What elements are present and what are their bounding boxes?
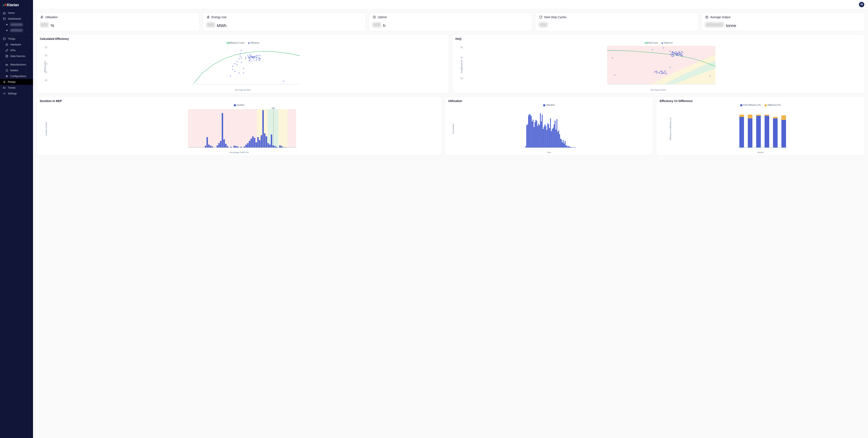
x-axis-label: Flow Rate (m^3/hr) (456, 89, 861, 91)
svg-rect-252 (547, 123, 548, 148)
svg-point-27 (241, 62, 242, 63)
svg-point-30 (245, 58, 246, 59)
svg-point-75 (259, 59, 260, 60)
svg-rect-208 (252, 136, 254, 147)
clock-icon (373, 16, 376, 19)
svg-rect-292 (773, 117, 778, 118)
svg-point-144 (671, 53, 672, 54)
svg-point-111 (672, 53, 673, 54)
nav-configurations[interactable]: Configurations (0, 73, 33, 79)
svg-rect-243 (539, 125, 540, 148)
svg-point-18 (234, 70, 236, 72)
svg-point-143 (674, 53, 675, 54)
nav-dashboard-fav-1[interactable]: ★ xxxxxxxx (0, 22, 33, 27)
refresh-icon (539, 16, 542, 19)
chart-duration-bep: Duration In BEP Duration Duration (Hours… (36, 96, 442, 155)
svg-rect-236 (533, 119, 533, 147)
svg-point-47 (249, 55, 251, 56)
svg-rect-235 (532, 121, 533, 147)
nav-dashboards[interactable]: Dashboards (0, 16, 33, 22)
svg-rect-277 (570, 147, 571, 148)
nav-apis[interactable]: APIs (0, 48, 33, 53)
svg-rect-244 (540, 113, 541, 148)
svg-point-5 (6, 75, 7, 76)
svg-rect-285 (748, 118, 752, 147)
svg-point-46 (257, 56, 258, 57)
blurred-label: xxxxxxxx (10, 23, 23, 26)
nav-hardware[interactable]: Hardware (0, 42, 33, 48)
y-axis-label: Duration (Hours) (45, 122, 47, 136)
svg-point-62 (250, 57, 251, 58)
svg-point-52 (255, 56, 256, 57)
svg-point-153 (673, 55, 674, 56)
bar-chart (448, 107, 650, 150)
svg-text:BEP: BEP (272, 107, 275, 109)
kpi-unit: % (51, 23, 54, 28)
svg-rect-219 (271, 135, 272, 147)
svg-point-112 (672, 52, 673, 53)
svg-rect-199 (234, 146, 235, 147)
nav-label: Data Sources (10, 55, 25, 58)
svg-rect-242 (538, 123, 539, 147)
kpi-average-output: Average Output tonne (701, 12, 865, 31)
user-avatar[interactable]: JR (859, 2, 864, 7)
svg-point-44 (251, 60, 252, 62)
svg-rect-283 (739, 117, 744, 148)
x-axis-label: Percentage of BEP (%) (40, 151, 438, 153)
svg-rect-191 (217, 145, 218, 148)
blurred-value (40, 23, 49, 27)
svg-rect-256 (551, 131, 552, 148)
svg-rect-224 (281, 146, 282, 147)
svg-point-170 (660, 70, 661, 71)
svg-rect-211 (257, 137, 259, 148)
nav-models[interactable]: Models (0, 67, 33, 73)
nav-pumps[interactable]: Pumps (0, 79, 33, 85)
svg-point-158 (654, 71, 655, 72)
nav-manufacturers[interactable]: Manufacturers (0, 62, 33, 67)
box-icon (3, 37, 6, 40)
svg-rect-246 (542, 115, 542, 148)
svg-point-57 (249, 58, 250, 59)
svg-point-8 (4, 81, 5, 83)
svg-rect-288 (756, 115, 761, 116)
svg-rect-4 (6, 69, 8, 71)
svg-rect-257 (552, 129, 553, 148)
nav-things[interactable]: Things (0, 36, 33, 42)
svg-point-16 (230, 76, 231, 77)
svg-point-95 (666, 73, 668, 75)
nav-tickets[interactable]: Tickets (0, 85, 33, 91)
svg-point-151 (672, 54, 673, 55)
svg-point-59 (250, 56, 251, 57)
nav-data-sources[interactable]: Data Sources (0, 53, 33, 59)
svg-rect-259 (554, 124, 555, 147)
svg-rect-241 (537, 126, 538, 147)
svg-rect-220 (272, 145, 274, 148)
svg-rect-222 (276, 147, 277, 148)
nav-home[interactable]: Home (0, 10, 33, 16)
chart-title: Calculated Efficiency (40, 37, 445, 40)
nav-settings[interactable]: Settings (0, 91, 33, 96)
svg-point-21 (239, 58, 240, 59)
svg-rect-230 (527, 124, 528, 147)
svg-point-130 (680, 53, 681, 54)
chart-utilisation: Utilisation Utilisation Occurrences Time (445, 96, 653, 155)
ticket-icon (3, 86, 6, 89)
svg-point-85 (612, 57, 613, 59)
svg-point-14 (232, 69, 233, 70)
home-icon (3, 11, 6, 14)
svg-point-70 (249, 58, 251, 59)
svg-point-79 (248, 56, 249, 57)
pump-icon (3, 81, 6, 83)
svg-rect-203 (244, 146, 245, 147)
svg-point-173 (664, 71, 665, 72)
svg-point-97 (669, 51, 671, 52)
nav-dashboard-fav-2[interactable]: ★ xxxxxxxx (0, 27, 33, 33)
svg-rect-234 (531, 116, 532, 147)
y-axis-label: Efficiency (%) (44, 61, 46, 72)
database-icon (5, 55, 8, 58)
svg-point-76 (256, 57, 257, 58)
svg-point-149 (678, 55, 679, 56)
content: Utilisation % Energy Use MWh (33, 9, 868, 438)
svg-point-109 (676, 54, 677, 55)
svg-rect-198 (230, 147, 231, 148)
